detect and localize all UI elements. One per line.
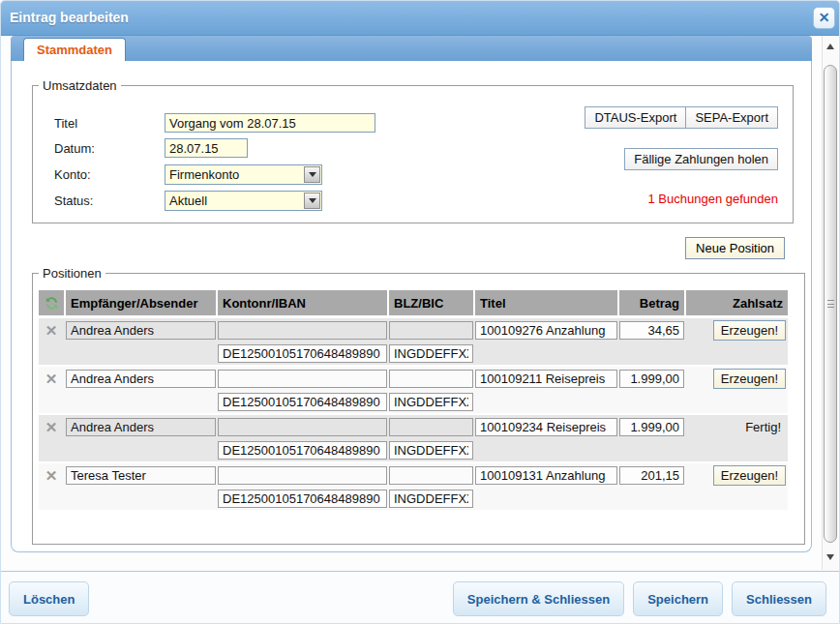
position-row: ✕ Fertig! xyxy=(39,415,788,461)
positionen-fieldset: Positionen Empfänger/Absender Kontonr/IB… xyxy=(32,266,805,545)
dialog-title: Eintrag bearbeiten xyxy=(10,10,129,25)
kontonr-input[interactable] xyxy=(218,466,387,485)
titel-pos-input[interactable] xyxy=(475,321,617,340)
erzeugen-button[interactable]: Erzeugen! xyxy=(713,320,786,341)
col-blz: BLZ/BIC xyxy=(389,290,473,315)
neue-position-button[interactable]: Neue Position xyxy=(685,237,785,259)
bic-input[interactable] xyxy=(389,441,473,460)
iban-input[interactable] xyxy=(218,490,387,508)
titel-input[interactable] xyxy=(165,113,375,133)
konto-dropdown-arrow-icon[interactable] xyxy=(304,166,320,183)
bookings-found-message: 1 Buchungen gefunden xyxy=(648,192,778,206)
scrollbar-grip-icon xyxy=(827,300,834,308)
scrollbar-down-icon[interactable] xyxy=(826,554,834,560)
col-zahlsatz: Zahlsatz xyxy=(686,290,788,315)
blz-input[interactable] xyxy=(389,466,473,485)
col-kontonr: Kontonr/IBAN xyxy=(218,290,387,315)
titel-pos-input[interactable] xyxy=(475,370,617,388)
col-titel: Titel xyxy=(475,290,617,315)
fertig-status: Fertig! xyxy=(745,420,786,434)
blz-input[interactable] xyxy=(389,370,473,388)
konto-selected-value: Firmenkonto xyxy=(165,165,303,184)
iban-input[interactable] xyxy=(218,441,387,460)
bic-input[interactable] xyxy=(389,344,473,363)
speichern-button[interactable]: Speichern xyxy=(633,581,723,616)
scrollbar-thumb[interactable] xyxy=(824,65,837,543)
erzeugen-button[interactable]: Erzeugen! xyxy=(713,465,786,486)
faellige-zahlungen-button[interactable]: Fällige Zahlungen holen xyxy=(624,148,778,170)
position-row: ✕ Erzeugen! xyxy=(39,318,788,365)
erzeugen-button[interactable]: Erzeugen! xyxy=(713,369,786,389)
blz-input[interactable] xyxy=(389,321,473,340)
status-select[interactable]: Aktuell xyxy=(165,191,322,211)
kontonr-input[interactable] xyxy=(218,418,387,436)
close-icon[interactable]: ✕ xyxy=(813,7,835,29)
delete-row-icon[interactable]: ✕ xyxy=(45,420,58,434)
vertical-scrollbar[interactable] xyxy=(822,36,838,570)
col-betrag: Betrag xyxy=(619,290,684,315)
refresh-icon[interactable] xyxy=(39,290,64,315)
empfaenger-input[interactable] xyxy=(66,321,216,340)
bic-input[interactable] xyxy=(389,490,473,508)
sepa-export-button[interactable]: SEPA-Export xyxy=(685,106,778,129)
status-dropdown-arrow-icon[interactable] xyxy=(304,193,320,209)
delete-row-icon[interactable]: ✕ xyxy=(45,371,58,386)
delete-row-icon[interactable]: ✕ xyxy=(45,323,58,338)
status-label: Status: xyxy=(54,192,93,211)
speichern-schliessen-button[interactable]: Speichern & Schliessen xyxy=(453,581,624,616)
positions-table: Empfänger/Absender Kontonr/IBAN BLZ/BIC … xyxy=(39,290,788,512)
positionen-legend: Positionen xyxy=(39,266,105,281)
betrag-input[interactable] xyxy=(619,418,684,436)
status-selected-value: Aktuell xyxy=(165,192,303,210)
iban-input[interactable] xyxy=(218,344,387,363)
tab-strip: Stammdaten xyxy=(11,36,812,61)
umsatzdaten-fieldset: Umsatzdaten Titel Datum: Konto: Firmenko… xyxy=(32,78,794,223)
col-empfaenger: Empfänger/Absender xyxy=(66,290,216,315)
tab-stammdaten[interactable]: Stammdaten xyxy=(23,38,126,61)
datum-label: Datum: xyxy=(54,139,95,159)
betrag-input[interactable] xyxy=(619,321,684,340)
dtaus-export-button[interactable]: DTAUS-Export xyxy=(585,106,686,129)
kontonr-input[interactable] xyxy=(218,370,387,388)
dialog-titlebar: Eintrag bearbeiten ✕ xyxy=(1,1,840,36)
scrollbar-up-icon[interactable] xyxy=(826,44,834,49)
titel-label: Titel xyxy=(54,114,77,134)
empfaenger-input[interactable] xyxy=(66,418,216,436)
delete-row-icon[interactable]: ✕ xyxy=(45,468,58,483)
positions-table-header: Empfänger/Absender Kontonr/IBAN BLZ/BIC … xyxy=(39,290,788,315)
umsatzdaten-legend: Umsatzdaten xyxy=(39,78,121,93)
betrag-input[interactable] xyxy=(619,370,684,388)
bic-input[interactable] xyxy=(389,393,473,411)
loeschen-button[interactable]: Löschen xyxy=(9,581,89,616)
dialog-footer: Löschen Speichern & Schliessen Speichern… xyxy=(1,571,840,624)
konto-select[interactable]: Firmenkonto xyxy=(165,164,322,185)
kontonr-input[interactable] xyxy=(218,321,387,340)
empfaenger-input[interactable] xyxy=(66,466,216,485)
schliessen-button[interactable]: Schliessen xyxy=(732,581,826,616)
content-panel: Umsatzdaten Titel Datum: Konto: Firmenko… xyxy=(11,61,812,552)
betrag-input[interactable] xyxy=(619,466,684,485)
edit-entry-dialog: Eintrag bearbeiten ✕ Stammdaten Umsatzda… xyxy=(0,0,840,624)
position-row: ✕ Erzeugen! xyxy=(39,367,788,413)
position-row: ✕ Erzeugen! xyxy=(39,463,788,510)
konto-label: Konto: xyxy=(54,165,91,185)
iban-input[interactable] xyxy=(218,393,387,411)
datum-input[interactable] xyxy=(165,138,248,158)
titel-pos-input[interactable] xyxy=(475,466,617,485)
titel-pos-input[interactable] xyxy=(475,418,617,436)
blz-input[interactable] xyxy=(389,418,473,436)
empfaenger-input[interactable] xyxy=(66,370,216,388)
